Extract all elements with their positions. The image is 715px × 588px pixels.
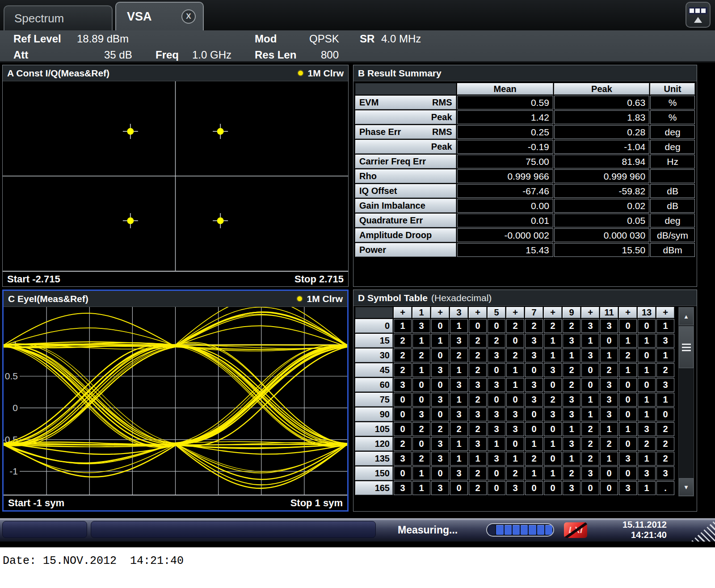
symbol-row: 16531302030030031. <box>355 481 674 495</box>
panel-constellation-titlebar[interactable]: A Const I/Q(Meas&Ref) 1M Clrw <box>3 65 348 81</box>
ref-level-field[interactable]: Ref Level 18.89 dBm <box>13 33 61 45</box>
symbol-cell: 0 <box>619 437 637 451</box>
result-mean-value: -0.19 <box>457 140 553 154</box>
panel-eye-titlebar[interactable]: C EyeI(Meas&Ref) 1M Clrw <box>4 291 347 307</box>
softkey-strip-icon <box>689 7 707 14</box>
tab-spectrum[interactable]: Spectrum <box>4 5 113 30</box>
symbol-cell: 0 <box>619 378 637 392</box>
sr-field[interactable]: SR 4.0 MHz <box>360 33 374 45</box>
att-field[interactable]: Att 35 dB <box>13 49 28 61</box>
symbol-row: 75003120032313011 <box>355 393 674 407</box>
res-len-field[interactable]: Res Len 800 <box>255 49 296 61</box>
symbol-cell: 3 <box>656 378 674 392</box>
panel-symbol-titlebar[interactable]: D Symbol Table (Hexadecimal) <box>353 290 697 306</box>
result-peak-value: 0.000 030 <box>554 228 649 242</box>
symbol-cell: 1 <box>394 319 412 333</box>
symbol-cell: 3 <box>450 334 468 348</box>
symbol-cell: 0 <box>431 407 449 421</box>
symbol-cell: 2 <box>412 452 430 466</box>
constellation-stop-label: Stop 2.715 <box>294 273 344 285</box>
symbol-cell: 3 <box>544 407 562 421</box>
symbol-cell: 0 <box>525 422 543 436</box>
symbol-cell: 1 <box>412 481 430 495</box>
symbol-cell: 1 <box>563 422 580 436</box>
symbol-cell: 3 <box>563 481 580 495</box>
eye-svg: 10.50-0.5-1 <box>4 307 347 495</box>
result-mean-value: -0.000 002 <box>457 228 553 242</box>
result-peak-value: -1.04 <box>554 140 649 154</box>
result-unit-value <box>650 169 695 183</box>
symbol-table-scrollbar[interactable]: ▲ ▼ <box>678 307 694 496</box>
symbol-cell: 0 <box>394 466 412 480</box>
symbol-cell: 0 <box>506 437 524 451</box>
trace-legend: 1M Clrw <box>296 294 343 304</box>
result-unit-value: dB/sym <box>650 228 695 242</box>
symbol-cell: 0 <box>544 481 562 495</box>
result-peak-value: 81.94 <box>554 155 649 168</box>
status-field-left <box>2 521 87 538</box>
symbol-cell: 1 <box>525 437 543 451</box>
symbol-cell: 2 <box>469 466 487 480</box>
symbol-cell: 0 <box>506 334 524 348</box>
symbol-table-body: +1+3+5+7+9+11+13+01301002222330011521132… <box>355 307 674 495</box>
panel-symbol-table: D Symbol Table (Hexadecimal) +1+3+5+7+9+… <box>353 290 697 512</box>
symbol-cell: 0 <box>450 481 468 495</box>
symbol-cell: 2 <box>450 349 468 362</box>
symbol-cell: 2 <box>600 437 618 451</box>
symbol-cell: 3 <box>431 437 449 451</box>
symbol-cell: 2 <box>600 363 618 377</box>
resize-grip-icon[interactable] <box>688 520 715 542</box>
symbol-col-header: 1 <box>412 307 430 318</box>
symbol-cell: 2 <box>394 334 412 348</box>
symbol-row-header: 0 <box>355 319 393 333</box>
symbol-cell: 3 <box>656 334 674 348</box>
symbol-cell: 2 <box>469 422 487 436</box>
result-row-label: EVMRMS <box>355 96 456 109</box>
symbol-cell: 3 <box>506 422 524 436</box>
freq-value: 1.0 GHz <box>192 49 231 61</box>
symbol-cell: 3 <box>469 378 487 392</box>
symbol-cell: 0 <box>488 466 505 480</box>
result-header-blank <box>355 83 456 95</box>
result-peak-value: 1.83 <box>554 110 649 124</box>
panel-symbol-title: D Symbol Table <box>358 293 428 303</box>
tab-vsa[interactable]: VSA X <box>115 2 204 30</box>
lxi-status-icon[interactable]: LXI <box>564 522 587 538</box>
mod-label: Mod <box>255 33 277 45</box>
result-row-label: Amplitude Droop <box>355 228 456 242</box>
freq-field[interactable]: Freq 1.0 GHz <box>156 49 179 61</box>
scroll-down-icon[interactable]: ▼ <box>679 478 694 496</box>
result-unit-value: % <box>650 96 695 109</box>
result-header-row: Mean Peak Unit <box>355 83 695 95</box>
mod-field[interactable]: Mod QPSK <box>255 33 277 45</box>
symbol-cell: 3 <box>431 452 449 466</box>
softkey-panel-toggle-button[interactable] <box>686 2 711 28</box>
symbol-cell: 2 <box>506 319 524 333</box>
symbol-cell: 0 <box>488 481 505 495</box>
result-unit-value: dB <box>650 199 695 213</box>
symbol-cell: 1 <box>525 466 543 480</box>
symbol-cell: . <box>656 481 674 495</box>
settings-bar: Ref Level 18.89 dBm Mod QPSK SR 4.0 MHz … <box>0 30 715 63</box>
instrument-screen: Spectrum VSA X Ref Level 18.89 dBm Mod Q… <box>0 0 715 547</box>
result-row: Rho0.999 9660.999 960 <box>355 169 695 183</box>
datetime-display: 15.11.2012 14:21:40 <box>622 520 667 540</box>
panel-result-summary-titlebar[interactable]: B Result Summary <box>353 65 697 81</box>
scroll-up-icon[interactable]: ▲ <box>679 307 694 325</box>
mod-value: QPSK <box>309 33 339 45</box>
status-field-message <box>91 521 376 538</box>
symbol-cell: 2 <box>619 349 637 362</box>
symbol-cell: 2 <box>506 466 524 480</box>
constellation-start-label: Start -2.715 <box>7 273 60 285</box>
symbol-cell: 3 <box>506 407 524 421</box>
result-mean-value: 75.00 <box>457 155 553 168</box>
symbol-col-header: + <box>469 307 487 318</box>
scrollbar-thumb[interactable] <box>679 326 694 368</box>
panel-eye-diagram: C EyeI(Meas&Ref) 1M Clrw 10.50-0.5-1 Sta… <box>2 290 349 512</box>
symbol-cell: 0 <box>488 363 505 377</box>
symbol-cell: 3 <box>525 378 543 392</box>
result-row: Peak1.421.83% <box>355 110 695 124</box>
close-icon[interactable]: X <box>181 9 196 24</box>
symbol-cell: 3 <box>488 452 505 466</box>
symbol-cell: 2 <box>563 319 580 333</box>
